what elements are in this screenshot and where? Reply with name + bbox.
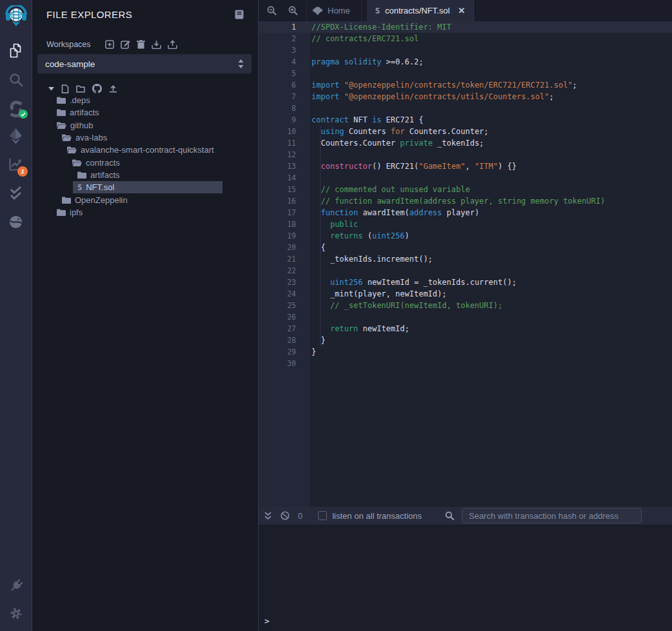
code-line-10[interactable]: 10 using Counters for Counters.Counter; <box>259 126 672 137</box>
caret-down-icon[interactable] <box>48 86 54 91</box>
code-text: _tokenIds.increment(); <box>310 253 433 265</box>
terminal-toolbar: 0 listen on all transactions <box>259 507 672 525</box>
code-editor[interactable]: 1//SPDX-License-Identifier: MIT2// contr… <box>259 21 672 507</box>
workspace-select[interactable]: code-sample <box>37 54 252 73</box>
tree-item-ava-labs[interactable]: ava-labs <box>32 131 258 144</box>
terminal-content[interactable]: > <box>259 525 672 631</box>
tree-item-artifacts[interactable]: artifacts <box>32 169 258 181</box>
code-text <box>310 358 311 369</box>
delete-workspace-icon[interactable] <box>137 40 145 49</box>
search-icon[interactable] <box>0 72 32 88</box>
line-number: 30 <box>259 358 296 369</box>
code-line-2[interactable]: 2// contracts/ERC721.sol <box>259 33 672 44</box>
tree-item-artifacts[interactable]: artifacts <box>32 106 258 119</box>
file-explorer-icon[interactable] <box>0 43 32 59</box>
upload-workspace-icon[interactable] <box>168 40 177 49</box>
tree-item-avalanche-smart-contract-quickstart[interactable]: avalanche-smart-contract-quickstart <box>32 144 258 156</box>
code-line-19[interactable]: 19 returns (uint256) <box>259 230 672 242</box>
code-line-20[interactable]: 20 { <box>259 242 672 253</box>
checks-icon[interactable] <box>0 186 32 200</box>
solidity-compiler-icon[interactable] <box>0 100 32 118</box>
code-line-6[interactable]: 6import "@openzeppelin/contracts/token/E… <box>259 79 672 91</box>
code-line-13[interactable]: 13 constructor() ERC721("GameItem", "ITM… <box>259 160 672 172</box>
code-line-9[interactable]: 9contract NFT is ERC721 { <box>259 114 672 126</box>
code-text <box>310 68 311 79</box>
code-line-18[interactable]: 18 public <box>259 218 672 230</box>
code-text: import "@openzeppelin/contracts/token/ER… <box>310 79 577 91</box>
terminal-search-input[interactable] <box>462 508 642 523</box>
tree-item-label: artifacts <box>90 170 120 180</box>
expand-terminal-icon[interactable] <box>264 512 272 520</box>
code-text: returns (uint256) <box>310 230 410 242</box>
code-line-23[interactable]: 23 uint256 newItemId = _tokenIds.current… <box>259 277 672 288</box>
clear-console-icon[interactable] <box>281 511 290 520</box>
code-text: uint256 newItemId = _tokenIds.current(); <box>310 277 517 288</box>
tree-item--deps[interactable]: .deps <box>32 94 258 106</box>
tree-item-label: ipfs <box>70 208 83 217</box>
book-icon[interactable] <box>235 10 244 22</box>
plug-icon[interactable] <box>0 578 32 594</box>
code-line-27[interactable]: 27 return newItemId; <box>259 323 672 335</box>
tree-item-label: artifacts <box>70 108 99 117</box>
deploy-run-icon[interactable] <box>0 128 32 144</box>
tree-item-github[interactable]: github <box>32 119 258 131</box>
code-line-28[interactable]: 28 } <box>259 335 672 346</box>
line-number: 20 <box>259 242 296 253</box>
zoom-in-icon[interactable] <box>288 6 298 15</box>
tree-item-nft-sol[interactable]: SNFT.sol <box>32 181 258 193</box>
code-line-29[interactable]: 29} <box>259 346 672 358</box>
code-line-21[interactable]: 21 _tokenIds.increment(); <box>259 253 672 265</box>
add-workspace-icon[interactable] <box>105 40 114 49</box>
tree-item-label: contracts <box>86 158 120 168</box>
rename-workspace-icon[interactable] <box>121 40 130 49</box>
analytics-icon[interactable]: 1 <box>0 156 32 172</box>
code-text: import "@openzeppelin/contracts/utils/Co… <box>310 91 554 102</box>
transaction-count: 0 <box>298 511 302 521</box>
file-explorer-panel: FILE EXPLORERS Workspaces code-sample .d… <box>32 0 258 631</box>
code-line-8[interactable]: 8 <box>259 102 672 114</box>
code-line-1[interactable]: 1//SPDX-License-Identifier: MIT <box>259 21 672 33</box>
tab-home[interactable]: Home <box>306 0 362 21</box>
zoom-out-icon[interactable] <box>267 6 277 15</box>
sphere-icon[interactable] <box>0 215 32 229</box>
line-number: 17 <box>259 207 296 218</box>
code-line-15[interactable]: 15 // commented out unused variable <box>259 184 672 195</box>
new-folder-icon[interactable] <box>76 85 85 93</box>
code-text: pragma solidity >=0.6.2; <box>310 56 423 68</box>
tree-item-contracts[interactable]: contracts <box>32 156 258 168</box>
terminal-prompt: > <box>264 616 270 626</box>
code-line-17[interactable]: 17 function awardItem(address player) <box>259 207 672 218</box>
github-icon[interactable] <box>92 84 102 93</box>
code-line-3[interactable]: 3 <box>259 44 672 56</box>
code-text: } <box>310 335 326 346</box>
code-line-25[interactable]: 25 // _setTokenURI(newItemId, tokenURI); <box>259 300 672 311</box>
gear-icon[interactable] <box>0 607 32 620</box>
code-line-7[interactable]: 7import "@openzeppelin/contracts/utils/C… <box>259 91 672 102</box>
line-number: 9 <box>259 114 296 126</box>
code-line-30[interactable]: 30 <box>259 358 672 369</box>
publish-icon[interactable] <box>109 84 117 93</box>
code-line-16[interactable]: 16 // function awardItem(address player,… <box>259 195 672 207</box>
code-text: function awardItem(address player) <box>310 207 479 218</box>
new-file-icon[interactable] <box>61 84 69 93</box>
code-line-11[interactable]: 11 Counters.Counter private _tokenIds; <box>259 137 672 149</box>
code-line-14[interactable]: 14 <box>259 172 672 184</box>
tree-item-openzeppelin[interactable]: OpenZeppelin <box>32 193 258 206</box>
code-line-26[interactable]: 26 <box>259 311 672 323</box>
folder-closed-icon <box>62 197 71 204</box>
tab-contracts-nft-sol[interactable]: S contracts/NFT.sol ✕ <box>367 0 475 21</box>
listen-transactions-checkbox[interactable] <box>318 511 327 520</box>
tree-item-ipfs[interactable]: ipfs <box>32 206 258 218</box>
code-line-5[interactable]: 5 <box>259 68 672 79</box>
workspace-name: code-sample <box>45 59 238 69</box>
line-number: 12 <box>259 149 296 160</box>
line-number: 23 <box>259 277 296 288</box>
code-text: } <box>310 346 316 358</box>
tab-close-icon[interactable]: ✕ <box>458 6 465 15</box>
code-line-4[interactable]: 4pragma solidity >=0.6.2; <box>259 56 672 68</box>
tree-item-label: OpenZeppelin <box>75 195 128 205</box>
code-line-22[interactable]: 22 <box>259 265 672 277</box>
code-line-12[interactable]: 12 <box>259 149 672 160</box>
code-line-24[interactable]: 24 _mint(player, newItemId); <box>259 288 672 300</box>
download-workspace-icon[interactable] <box>152 40 161 49</box>
